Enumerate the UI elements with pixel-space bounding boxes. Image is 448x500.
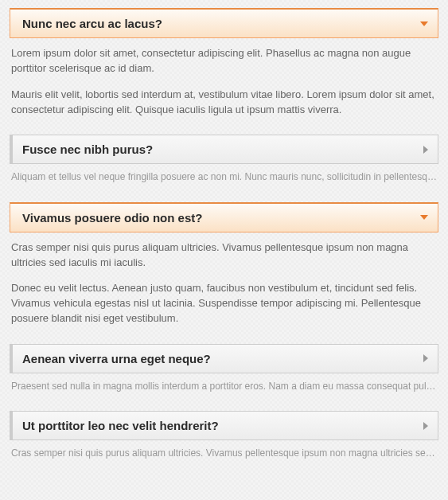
accordion-title: Nunc nec arcu ac lacus?	[22, 17, 162, 30]
accordion-item: Fusce nec nibh purus? Aliquam et tellus …	[10, 135, 438, 184]
paragraph: Mauris elit velit, lobortis sed interdum…	[11, 88, 437, 118]
chevron-down-icon	[420, 215, 428, 220]
chevron-down-icon	[420, 21, 428, 26]
accordion-body: Cras semper nisi quis purus aliquam ultr…	[10, 232, 438, 326]
accordion-item: Ut porttitor leo nec velit hendrerit? Cr…	[10, 411, 438, 460]
accordion-item: Aenean viverra urna eget neque? Praesent…	[10, 344, 438, 393]
accordion-header[interactable]: Nunc nec arcu ac lacus?	[10, 8, 438, 38]
accordion-header[interactable]: Vivamus posuere odio non est?	[10, 202, 438, 232]
accordion-item: Vivamus posuere odio non est? Cras sempe…	[10, 202, 438, 326]
accordion-preview: Praesent sed nulla in magna mollis inter…	[10, 373, 438, 393]
chevron-right-icon	[423, 354, 428, 362]
chevron-right-icon	[423, 422, 428, 430]
paragraph: Cras semper nisi quis purus aliquam ultr…	[11, 240, 437, 271]
accordion-title: Fusce nec nibh purus?	[22, 143, 153, 156]
accordion-preview: Cras semper nisi quis purus aliquam ultr…	[10, 440, 438, 460]
paragraph: Lorem ipsum dolor sit amet, consectetur …	[11, 46, 437, 76]
paragraph: Donec eu velit lectus. Aenean justo quam…	[11, 281, 437, 326]
accordion-item: Nunc nec arcu ac lacus? Lorem ipsum dolo…	[10, 8, 438, 117]
accordion-body: Lorem ipsum dolor sit amet, consectetur …	[10, 38, 438, 117]
accordion-header[interactable]: Fusce nec nibh purus?	[10, 135, 438, 164]
chevron-right-icon	[423, 146, 428, 154]
accordion-header[interactable]: Ut porttitor leo nec velit hendrerit?	[10, 411, 438, 440]
accordion-title: Vivamus posuere odio non est?	[22, 211, 202, 225]
accordion-header[interactable]: Aenean viverra urna eget neque?	[10, 344, 438, 373]
accordion-title: Ut porttitor leo nec velit hendrerit?	[22, 419, 219, 432]
accordion-title: Aenean viverra urna eget neque?	[22, 352, 211, 365]
accordion-preview: Aliquam et tellus vel neque fringilla po…	[10, 164, 438, 184]
